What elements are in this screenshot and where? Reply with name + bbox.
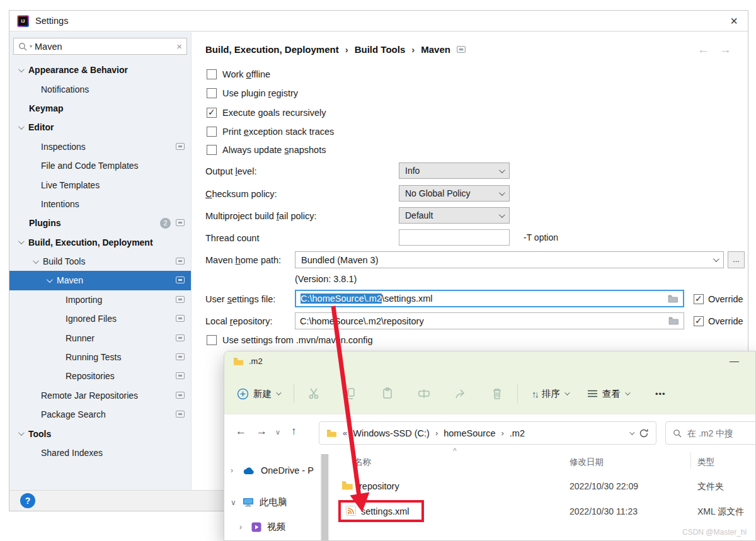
output-level-dropdown[interactable]: Info [399,162,510,179]
cut-icon[interactable] [308,387,321,400]
maven-home-combo[interactable]: Bundled (Maven 3) [295,251,724,268]
chevron-down-icon [713,256,719,262]
chevron-down-icon [564,390,570,395]
work-offline-checkbox[interactable] [207,69,217,79]
sidebar-item-inspections[interactable]: Inspections [9,137,191,156]
local-repo-input[interactable]: C:\homeSource\.m2\repository [295,312,684,329]
sidebar-item-ignored-files[interactable]: Ignored Files [9,309,191,328]
sidebar-item-build-execution-deployment[interactable]: Build, Execution, Deployment [9,233,191,252]
delete-icon[interactable] [491,387,503,400]
view-button[interactable]: 查看 [587,388,629,400]
folder-browse-icon[interactable] [668,295,679,303]
sidebar-item-runner[interactable]: Runner [9,328,191,347]
file-date: 2022/10/30 22:09 [570,481,638,491]
sidebar-item-remote-jar-repositories[interactable]: Remote Jar Repositories [9,386,191,405]
settings-search-box[interactable]: ▾ × [13,38,187,55]
window-title: Settings [35,16,68,26]
explorer-search-input[interactable] [687,428,750,438]
sidebar-item-maven-selected[interactable]: Maven [9,271,191,290]
minimize-icon[interactable]: — [730,355,739,366]
column-header-date[interactable]: 修改日期 [570,457,604,468]
thread-count-input[interactable] [399,229,510,246]
execute-goals-checkbox-checked[interactable] [207,108,217,118]
breadcrumb-part[interactable]: Build Tools [355,44,406,55]
forward-arrow-icon[interactable]: → [256,425,267,438]
more-options-icon[interactable]: ••• [655,389,666,399]
share-icon[interactable] [454,387,467,400]
back-arrow-icon[interactable]: ← [236,425,246,438]
address-crumb[interactable]: homeSource [444,428,495,438]
folder-icon [233,357,244,366]
tree-item-this-pc[interactable]: ∨ 此电脑 [231,496,287,508]
tree-item-onedrive[interactable]: › OneDrive - P [231,465,314,476]
chevron-right-icon[interactable]: › [239,523,246,532]
breadcrumb-part[interactable]: Maven [421,44,450,55]
browse-more-button[interactable]: ... [728,251,745,268]
sidebar-item-tools[interactable]: Tools [9,424,191,443]
sidebar-item-importing[interactable]: Importing [9,290,191,309]
chevron-down-icon[interactable]: ∨ [231,498,237,507]
forward-arrow-icon[interactable]: → [719,43,731,57]
tree-scrollbar[interactable] [320,454,329,540]
checksum-policy-dropdown[interactable]: No Global Policy [399,185,510,202]
close-icon[interactable]: × [730,13,738,28]
sidebar-item-notifications[interactable]: Notifications [9,79,191,98]
column-header-type[interactable]: 类型 [697,457,714,468]
chevron-down-icon[interactable] [47,276,53,283]
override-checkbox-checked[interactable] [694,316,704,326]
file-name-repository[interactable]: repository [359,481,399,491]
sidebar-item-build-tools[interactable]: Build Tools [9,252,191,271]
sidebar-item-file-code-templates[interactable]: File and Code Templates [9,156,191,175]
sidebar-item-shared-indexes[interactable]: Shared Indexes [9,443,191,462]
fail-policy-label: Multiproject build fail policy: [205,211,317,221]
chevron-down-icon[interactable] [33,258,39,264]
refresh-icon[interactable] [639,428,649,438]
back-arrow-icon[interactable]: ← [697,43,709,57]
new-button[interactable]: 新建 [237,388,280,400]
sidebar-item-keymap[interactable]: Keymap [9,99,191,118]
chevron-down-icon[interactable] [18,123,25,130]
mvn-config-checkbox[interactable] [207,335,217,345]
rename-icon[interactable] [418,387,430,400]
settings-search-input[interactable] [35,42,174,52]
paste-icon[interactable] [381,387,394,400]
column-header-name[interactable]: 名称 [354,457,371,468]
fail-policy-dropdown[interactable]: Default [399,207,510,224]
sidebar-item-editor[interactable]: Editor [9,118,191,137]
override-checkbox-checked[interactable] [694,294,704,304]
sidebar-item-intentions[interactable]: Intentions [9,195,191,214]
scrollbar-thumb[interactable] [321,454,328,540]
clear-search-icon[interactable]: × [176,41,182,52]
print-exception-checkbox[interactable] [207,127,217,137]
sidebar-item-plugins[interactable]: Plugins2 [9,214,191,232]
chevron-right-icon[interactable]: › [231,466,237,475]
sidebar-item-repositories[interactable]: Repositories [9,367,191,385]
chevron-down-icon[interactable] [18,430,25,436]
sidebar-item-appearance-behavior[interactable]: Appearance & Behavior [9,60,191,79]
column-divider[interactable] [690,452,691,469]
sort-button[interactable]: ↑↓ 排序 [532,388,568,400]
sidebar-item-running-tests[interactable]: Running Tests [9,348,191,367]
user-settings-input[interactable]: C:\homeSource\.m2\settings.xml [295,290,684,307]
address-bar[interactable]: « Windows-SSD (C:) › homeSource › .m2 [319,421,656,445]
sidebar-item-live-templates[interactable]: Live Templates [9,175,191,194]
help-icon[interactable]: ? [20,493,35,508]
folder-browse-icon[interactable] [668,317,679,325]
sidebar-item-package-search[interactable]: Package Search [9,405,191,424]
chevron-down-icon [276,390,281,395]
use-plugin-registry-checkbox[interactable] [207,88,217,98]
breadcrumb-part[interactable]: Build, Execution, Deployment [205,44,339,55]
chevron-down-icon[interactable]: ∨ [275,428,280,436]
address-crumb[interactable]: .m2 [510,428,525,438]
address-crumb[interactable]: Windows-SSD (C:) [353,428,430,438]
always-update-snapshots-checkbox[interactable] [207,145,217,155]
tree-item-videos[interactable]: › 视频 [239,521,285,533]
up-arrow-icon[interactable]: ↑ [291,425,297,438]
chevron-down-icon[interactable] [18,66,25,72]
explorer-search-box[interactable] [665,421,756,445]
chevron-down-icon[interactable] [18,238,25,244]
search-options-caret-icon[interactable]: ▾ [30,43,32,49]
copy-icon[interactable] [345,387,357,400]
chevron-down-icon[interactable] [629,430,634,435]
sort-ascending-icon[interactable]: ^ [453,447,457,455]
